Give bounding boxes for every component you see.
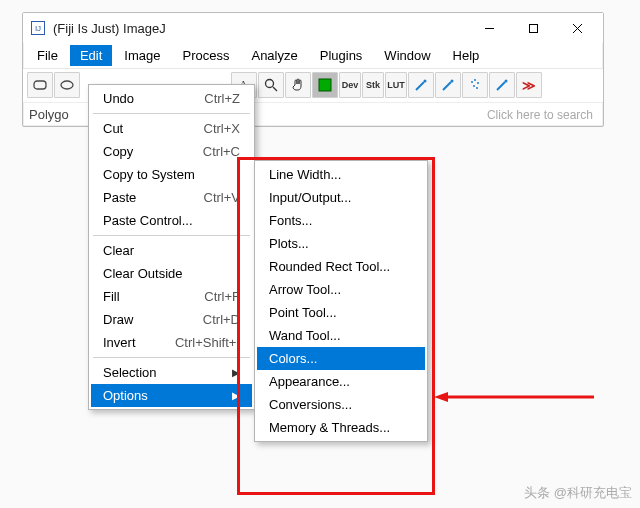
edit-fill[interactable]: FillCtrl+F	[91, 285, 252, 308]
lut-button[interactable]: LUT	[385, 72, 407, 98]
separator	[93, 235, 250, 236]
options-arrow-tool[interactable]: Arrow Tool...	[257, 278, 425, 301]
edit-paste[interactable]: PasteCtrl+V	[91, 186, 252, 209]
svg-point-7	[266, 80, 274, 88]
menu-process[interactable]: Process	[173, 45, 240, 66]
spray-tool-icon[interactable]	[462, 72, 488, 98]
svg-rect-9	[319, 79, 331, 91]
stk-button[interactable]: Stk	[362, 72, 384, 98]
minimize-button[interactable]	[467, 14, 511, 42]
options-plots[interactable]: Plots...	[257, 232, 425, 255]
separator	[93, 113, 250, 114]
brush2-tool-icon[interactable]	[435, 72, 461, 98]
edit-options[interactable]: Options▶	[91, 384, 252, 407]
edit-copy[interactable]: CopyCtrl+C	[91, 140, 252, 163]
svg-point-15	[473, 85, 475, 87]
search-hint[interactable]: Click here to search	[487, 108, 593, 122]
more-tools-icon[interactable]: ≫	[516, 72, 542, 98]
titlebar: IJ (Fiji Is Just) ImageJ	[23, 13, 603, 43]
edit-clear-outside[interactable]: Clear Outside	[91, 262, 252, 285]
menu-image[interactable]: Image	[114, 45, 170, 66]
submenu-arrow-icon: ▶	[232, 367, 240, 378]
edit-clear[interactable]: Clear	[91, 239, 252, 262]
options-conversions[interactable]: Conversions...	[257, 393, 425, 416]
menubar: File Edit Image Process Analyze Plugins …	[23, 43, 603, 68]
oval-tool-icon[interactable]	[54, 72, 80, 98]
svg-point-14	[477, 82, 479, 84]
svg-rect-4	[34, 81, 46, 89]
window-title: (Fiji Is Just) ImageJ	[53, 21, 467, 36]
svg-point-13	[474, 79, 476, 81]
menu-file[interactable]: File	[27, 45, 68, 66]
options-line-width[interactable]: Line Width...	[257, 163, 425, 186]
edit-dropdown: UndoCtrl+Z CutCtrl+X CopyCtrl+C Copy to …	[88, 84, 255, 410]
options-submenu: Line Width... Input/Output... Fonts... P…	[254, 160, 428, 442]
options-colors[interactable]: Colors...	[257, 347, 425, 370]
edit-copy-to-system[interactable]: Copy to System	[91, 163, 252, 186]
close-button[interactable]	[555, 14, 599, 42]
dev-button[interactable]: Dev	[339, 72, 361, 98]
submenu-arrow-icon: ▶	[232, 390, 240, 401]
options-input-output[interactable]: Input/Output...	[257, 186, 425, 209]
menu-edit[interactable]: Edit	[70, 45, 112, 66]
svg-point-16	[476, 87, 478, 89]
edit-draw[interactable]: DrawCtrl+D	[91, 308, 252, 331]
svg-line-8	[273, 87, 277, 91]
edit-undo[interactable]: UndoCtrl+Z	[91, 87, 252, 110]
watermark: 头条 @科研充电宝	[524, 484, 632, 502]
menu-help[interactable]: Help	[443, 45, 490, 66]
edit-cut[interactable]: CutCtrl+X	[91, 117, 252, 140]
svg-point-12	[471, 81, 473, 83]
menu-window[interactable]: Window	[374, 45, 440, 66]
magnifier-tool-icon[interactable]	[258, 72, 284, 98]
options-appearance[interactable]: Appearance...	[257, 370, 425, 393]
svg-point-11	[451, 80, 454, 83]
annotation-red-arrow	[434, 392, 594, 402]
separator	[93, 357, 250, 358]
edit-invert[interactable]: InvertCtrl+Shift+I	[91, 331, 252, 354]
status-label: Polygo	[29, 107, 69, 122]
brush1-tool-icon[interactable]	[408, 72, 434, 98]
svg-point-17	[505, 80, 508, 83]
menu-plugins[interactable]: Plugins	[310, 45, 373, 66]
color-picker-tool-icon[interactable]	[312, 72, 338, 98]
brush3-tool-icon[interactable]	[489, 72, 515, 98]
app-icon: IJ	[31, 21, 45, 35]
options-rounded-rect[interactable]: Rounded Rect Tool...	[257, 255, 425, 278]
edit-paste-control[interactable]: Paste Control...	[91, 209, 252, 232]
edit-selection[interactable]: Selection▶	[91, 361, 252, 384]
menu-analyze[interactable]: Analyze	[241, 45, 307, 66]
svg-marker-19	[434, 392, 448, 402]
options-fonts[interactable]: Fonts...	[257, 209, 425, 232]
svg-rect-1	[529, 24, 537, 32]
options-point-tool[interactable]: Point Tool...	[257, 301, 425, 324]
options-wand-tool[interactable]: Wand Tool...	[257, 324, 425, 347]
options-memory[interactable]: Memory & Threads...	[257, 416, 425, 439]
svg-point-5	[61, 81, 73, 89]
maximize-button[interactable]	[511, 14, 555, 42]
svg-point-10	[424, 80, 427, 83]
hand-tool-icon[interactable]	[285, 72, 311, 98]
rectangle-tool-icon[interactable]	[27, 72, 53, 98]
